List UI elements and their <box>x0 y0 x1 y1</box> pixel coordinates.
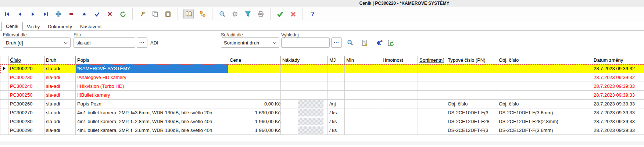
confirm-icon[interactable] <box>276 10 284 18</box>
cell-cislo[interactable]: PC300220 <box>8 64 44 73</box>
column-header-cena[interactable]: Cena <box>228 56 281 64</box>
cell-typove[interactable]: DS-2CE10DFT-F(3 <box>446 108 497 117</box>
cell-sortimentni[interactable] <box>418 73 446 82</box>
cell-cislo[interactable]: PC300270 <box>8 108 44 117</box>
cell-obj[interactable] <box>497 73 592 82</box>
cell-obj[interactable] <box>497 91 592 100</box>
cell-typove[interactable]: Obj. číslo <box>446 100 497 108</box>
cell-min[interactable] <box>345 126 381 135</box>
cell-obj[interactable]: DS-2CE10DFT-F(3.6mm) <box>497 108 592 117</box>
relations-icon[interactable] <box>198 10 207 18</box>
row-selector[interactable] <box>0 117 8 126</box>
search-icon[interactable] <box>218 10 226 18</box>
cell-cislo[interactable]: PC300260 <box>8 100 44 108</box>
cell-cena[interactable]: 1 960,00 Kč <box>228 117 281 126</box>
move-up-icon[interactable] <box>80 10 88 18</box>
catalog-book-icon[interactable] <box>183 9 194 19</box>
cell-hmotnost[interactable] <box>381 82 418 91</box>
cell-hmotnost[interactable] <box>381 91 418 100</box>
row-selector[interactable] <box>0 91 8 100</box>
cell-typove[interactable] <box>446 91 497 100</box>
cell-mj[interactable]: / ks <box>328 126 345 135</box>
cell-popis[interactable]: *KAMEROVÉ SYSTÉMY <box>76 64 228 73</box>
cell-cislo[interactable]: PC300280 <box>8 117 44 126</box>
row-selector[interactable] <box>0 82 8 91</box>
cell-datum[interactable]: 28.7.2023 09:39:33 <box>592 117 644 126</box>
tab-dokumenty[interactable]: Dokumenty <box>44 22 76 31</box>
search-input[interactable] <box>281 37 330 48</box>
cell-popis[interactable]: !Analogové HD kamery <box>76 73 228 82</box>
row-selector[interactable] <box>0 100 8 108</box>
cell-obj[interactable]: Obj. číslo <box>497 100 592 108</box>
cell-typove[interactable] <box>446 82 497 91</box>
cell-datum[interactable]: 28.7.2023 09:39:32 <box>592 73 644 82</box>
cell-naklady[interactable] <box>281 100 328 108</box>
column-header-mj[interactable]: MJ <box>328 56 345 64</box>
cell-datum[interactable]: 28.7.2023 09:39:33 <box>592 91 644 100</box>
cell-datum[interactable]: 28.7.2023 09:39:33 <box>592 100 644 108</box>
first-record-icon[interactable] <box>3 10 11 18</box>
cell-cislo[interactable]: PC300290 <box>8 126 44 135</box>
cell-sortimentni[interactable] <box>418 126 446 135</box>
cell-popis[interactable]: 4in1 bullet kamera, 2MP, f=3.6mm, WDR 13… <box>76 108 228 117</box>
cell-sortimentni[interactable] <box>418 117 446 126</box>
row-selector[interactable] <box>0 64 8 73</box>
cell-mj[interactable] <box>328 91 345 100</box>
cell-hmotnost[interactable] <box>381 126 418 135</box>
cell-druh[interactable]: sla-adi <box>44 100 76 108</box>
cell-typove[interactable]: DS-2CE12DFT-F(3 <box>446 126 497 135</box>
add-currency-icon[interactable]: € <box>376 39 384 47</box>
cell-typove[interactable] <box>446 64 497 73</box>
cell-cena[interactable] <box>228 91 281 100</box>
cell-cislo[interactable]: PC300250 <box>8 91 44 100</box>
row-selector[interactable] <box>0 126 8 135</box>
cell-cena[interactable]: 0,00 Kč <box>228 100 281 108</box>
previous-record-icon[interactable] <box>16 10 24 18</box>
cell-mj[interactable]: / ks <box>328 108 345 117</box>
cell-min[interactable] <box>345 108 381 117</box>
copy-icon[interactable] <box>151 10 159 18</box>
cell-sortimentni[interactable] <box>418 108 446 117</box>
cell-hmotnost[interactable] <box>381 100 418 108</box>
cell-naklady[interactable] <box>281 82 328 91</box>
cell-min[interactable] <box>345 64 381 73</box>
cell-naklady[interactable] <box>281 73 328 82</box>
column-header-cislo[interactable]: Číslo <box>8 56 44 64</box>
add-record-icon[interactable] <box>54 10 62 18</box>
refresh-data-icon[interactable] <box>387 39 395 47</box>
row-selector[interactable] <box>0 73 8 82</box>
last-record-icon[interactable] <box>42 10 50 18</box>
filter-more-button[interactable]: ··· <box>137 37 147 48</box>
help-icon[interactable]: ? <box>308 10 316 18</box>
cell-cena[interactable] <box>228 73 281 82</box>
column-header-typove-cislo[interactable]: Typové číslo (PN) <box>446 56 497 64</box>
cell-sortimentni[interactable] <box>418 64 446 73</box>
cell-hmotnost[interactable] <box>381 73 418 82</box>
cell-datum[interactable]: 28.7.2023 09:39:33 <box>592 108 644 117</box>
paste-icon[interactable] <box>164 10 172 18</box>
cell-mj[interactable]: /mj <box>328 100 345 108</box>
cell-hmotnost[interactable] <box>381 64 418 73</box>
filter-input[interactable] <box>74 37 135 48</box>
cell-obj[interactable]: DS-2CE12DFT-F(3.6mm) <box>497 126 592 135</box>
cell-datum[interactable]: 28.7.2023 09:39:33 <box>592 82 644 91</box>
settings-gear-icon[interactable] <box>231 10 239 18</box>
cell-cena[interactable]: 1 960,00 Kč <box>228 126 281 135</box>
cell-datum[interactable]: 28.7.2023 09:39:33 <box>592 126 644 135</box>
column-header-naklady[interactable]: Náklady <box>281 56 328 64</box>
cell-mj[interactable] <box>328 82 345 91</box>
cell-typove[interactable]: DS-2CE12DFT-F28 <box>446 117 497 126</box>
cell-popis[interactable]: Popis Pozn. <box>76 100 228 108</box>
cell-druh[interactable]: sla-adi <box>44 108 76 117</box>
cell-cena[interactable] <box>228 82 281 91</box>
cell-mj[interactable] <box>328 73 345 82</box>
column-header-min[interactable]: Min <box>345 56 381 64</box>
column-header-sortimentni[interactable]: Sortimentní <box>418 56 446 64</box>
column-header-popis[interactable]: Popis <box>76 56 228 64</box>
cell-popis[interactable]: 4in1 bullet kamera, 2MP, f=2.8mm, WDR 13… <box>76 117 228 126</box>
cell-hmotnost[interactable] <box>381 108 418 117</box>
cell-naklady[interactable] <box>281 117 328 126</box>
sort-by-select[interactable]: Sortimentní druh <box>221 37 279 48</box>
cell-typove[interactable] <box>446 73 497 82</box>
cell-mj[interactable]: / ks <box>328 117 345 126</box>
